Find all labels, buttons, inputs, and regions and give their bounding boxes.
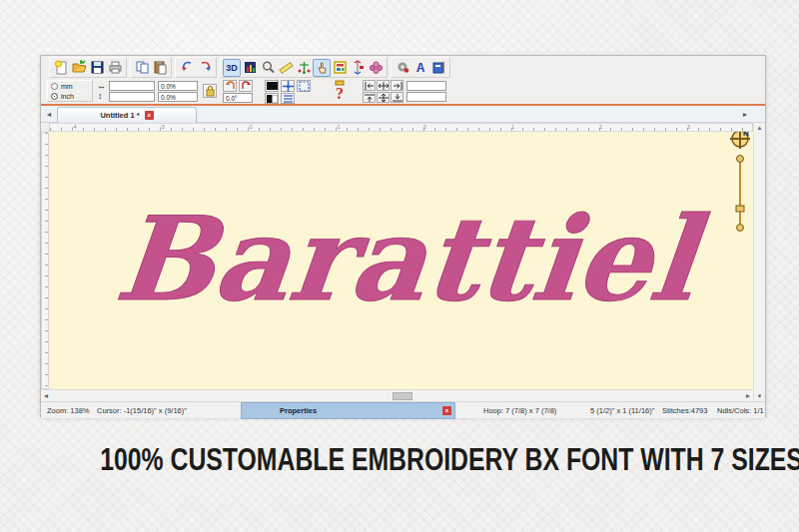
scroll-left-icon[interactable]: ◂ [44, 391, 48, 400]
align-center-h-button[interactable] [377, 80, 390, 91]
status-needles: Ndls/Cols: 1/1 [717, 406, 764, 415]
ruler-label: -3 [160, 124, 164, 130]
rotate-toolbar-group [175, 57, 217, 78]
lock-proportions-button[interactable] [203, 84, 217, 98]
vertical-scrollbar[interactable]: ▴ ▾ [753, 123, 765, 401]
property-toolbar: mm inch ↔ ↕ ? [41, 79, 765, 104]
horizontal-ruler: -4 -3 -2 -1 0 1 2 3 [49, 123, 753, 132]
tab-close-icon[interactable]: x [145, 111, 154, 120]
rotate-left-icon[interactable] [178, 59, 196, 77]
scrollbar-thumb[interactable] [393, 392, 412, 400]
app-window: 3D A mm inch ↔ ↕ [40, 55, 766, 417]
copy-icon[interactable] [133, 59, 151, 77]
tools-toolbar-group: A [391, 57, 450, 78]
align-v-input[interactable] [406, 92, 446, 102]
caption-text: 100% CUSTOMABLE EMBROIDERY BX FONT WITH … [100, 442, 799, 478]
scroll-right-icon[interactable]: ▸ [746, 391, 750, 400]
tab-scroll-right-icon[interactable]: ▸ [739, 108, 751, 121]
tab-label: Untitled 1 * [100, 111, 139, 120]
fill-black-button[interactable] [265, 80, 279, 92]
lettering-label: A [416, 61, 425, 75]
rotate-right-icon[interactable] [196, 59, 214, 77]
hoop-icon[interactable] [295, 59, 313, 77]
svg-text:N: N [743, 132, 749, 138]
zoom-tool-icon[interactable] [259, 59, 277, 77]
measure-icon[interactable] [277, 59, 295, 77]
embroidery-design: Barattiel [49, 132, 755, 389]
align-bottom-button[interactable] [391, 92, 403, 103]
properties-caption: Properties [280, 406, 317, 415]
status-zoom: Zoom: 138% [47, 406, 90, 415]
svg-text:?: ? [336, 85, 344, 102]
height-percent-input[interactable] [158, 92, 198, 102]
ruler-label: -2 [248, 124, 252, 130]
status-hoop: Hoop: 7 (7/8) x 7 (7/8) [483, 406, 556, 415]
align-center-v-button[interactable] [377, 92, 390, 103]
clipboard-toolbar-group [130, 57, 172, 78]
caption-wrap: 100% CUSTOMABLE EMBROIDERY BX FONT WITH … [0, 442, 799, 478]
properties-window-icon[interactable] [331, 59, 349, 77]
settings-gear-icon[interactable] [394, 59, 411, 77]
select-marquee-button[interactable] [297, 80, 311, 92]
inch-radio-icon [51, 93, 58, 100]
design-word[interactable]: Barattiel [110, 191, 713, 326]
paste-icon[interactable] [151, 59, 169, 77]
print-icon[interactable] [106, 59, 124, 77]
scroll-down-icon[interactable]: ▾ [754, 392, 765, 400]
thread-palette-icon[interactable] [367, 59, 385, 77]
horizontal-scrollbar[interactable]: ◂ ▸ [41, 389, 753, 401]
rotate-ccw-button[interactable] [223, 80, 237, 92]
units-box: mm inch [47, 80, 93, 102]
contrast-button[interactable] [265, 93, 279, 104]
height-input[interactable] [109, 92, 155, 102]
status-stitches: Stitches:4793 [662, 406, 707, 415]
align-right-button[interactable] [391, 80, 403, 91]
stitch-question-icon[interactable]: ? [331, 80, 349, 103]
compass-origin-icon[interactable]: N [729, 132, 751, 150]
design-page-icon[interactable] [429, 59, 447, 77]
height-arrows-icon: ↕ [98, 91, 103, 101]
status-cursor: Cursor: -1(15/16)" x (9/16)" [97, 406, 187, 415]
mm-radio-icon [51, 83, 58, 90]
unit-inch-radio[interactable]: inch [51, 92, 89, 102]
view-toolbar-group: 3D [220, 57, 388, 78]
properties-panel-bar[interactable]: Properties x [241, 402, 455, 419]
document-tabbar: ◂ Untitled 1 * x ▸ [41, 106, 765, 123]
ruler-label: 1 [511, 124, 514, 130]
grid-list-button[interactable] [281, 93, 295, 104]
angle-input[interactable] [223, 93, 253, 103]
ruler-label: -4 [72, 124, 76, 130]
lettering-icon[interactable]: A [411, 59, 429, 77]
stitch-chart-icon[interactable] [241, 59, 259, 77]
save-icon[interactable] [88, 59, 106, 77]
open-icon[interactable] [70, 59, 88, 77]
ruler-label: 0 [423, 124, 426, 130]
scroll-up-icon[interactable]: ▴ [754, 124, 765, 132]
3d-view-label: 3D [226, 63, 238, 73]
density-icon[interactable] [349, 59, 367, 77]
vertical-ruler [41, 132, 49, 389]
width-arrows-icon: ↔ [97, 81, 106, 91]
unit-mm-label: mm [61, 83, 73, 90]
ruler-label: -1 [336, 124, 340, 130]
design-canvas[interactable]: Barattiel N [49, 132, 755, 389]
new-icon[interactable] [52, 59, 70, 77]
align-left-button[interactable] [363, 80, 376, 91]
unit-mm-radio[interactable]: mm [51, 82, 89, 92]
width-input[interactable] [109, 81, 155, 91]
main-toolbar: 3D A [41, 56, 765, 79]
3d-view-icon[interactable]: 3D [223, 59, 241, 77]
pointer-hand-icon[interactable] [313, 59, 331, 77]
properties-close-icon[interactable]: x [442, 406, 451, 415]
status-size: 5 (1/2)" x 1 (11/16)" [590, 406, 654, 415]
align-top-button[interactable] [363, 92, 376, 103]
tab-scroll-left-icon[interactable]: ◂ [43, 108, 55, 121]
move-center-button[interactable] [281, 80, 295, 92]
width-percent-input[interactable] [158, 81, 198, 91]
tab-untitled-1[interactable]: Untitled 1 * x [57, 107, 197, 123]
file-toolbar-group [49, 57, 127, 78]
zoom-slider[interactable] [735, 154, 745, 234]
align-h-input[interactable] [406, 81, 446, 91]
ruler-label: 2 [599, 124, 602, 130]
rotate-cw-button[interactable] [239, 80, 253, 92]
